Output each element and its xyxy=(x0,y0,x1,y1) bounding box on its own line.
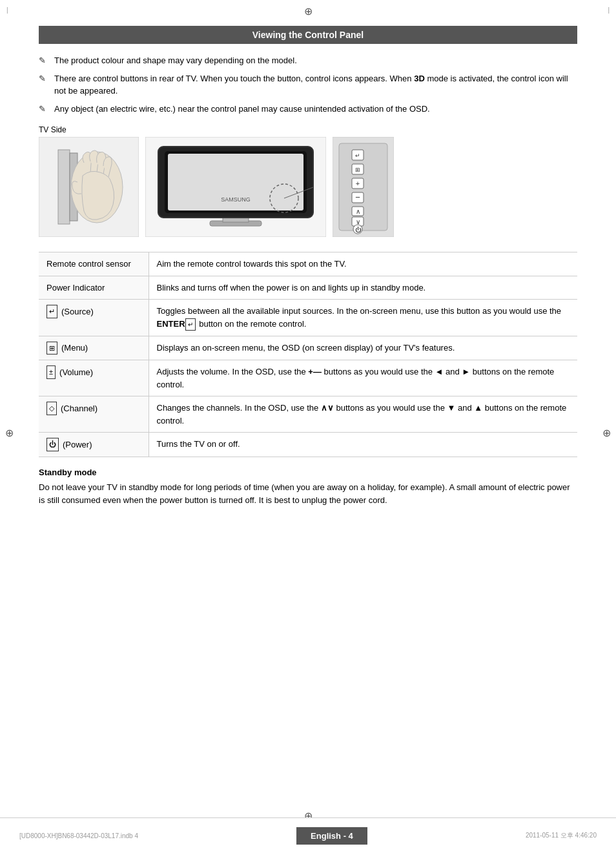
note-2: ✎ There are control buttons in rear of T… xyxy=(39,72,577,98)
table-cell-desc-volume: Adjusts the volume. In the OSD, use the … xyxy=(149,360,577,396)
menu-icon: ⊞ xyxy=(46,342,57,355)
note-1: ✎ The product colour and shape may vary … xyxy=(39,54,577,67)
svg-text:+: + xyxy=(356,180,360,187)
table-row-power: ⏻ (Power) Turns the TV on or off. xyxy=(39,433,577,457)
table-row-power-indicator: Power Indicator Blinks and turns off whe… xyxy=(39,276,577,300)
table-row-menu: ⊞ (Menu) Displays an on-screen menu, the… xyxy=(39,336,577,360)
left-side-mark: ⊕ xyxy=(5,427,14,439)
svg-rect-1 xyxy=(58,150,70,224)
footer-center: English - 4 xyxy=(296,827,367,845)
svg-text:−: − xyxy=(355,192,360,202)
note-icon-1: ✎ xyxy=(39,54,50,67)
channel-icon: ◇ xyxy=(46,402,57,415)
note-icon-3: ✎ xyxy=(39,103,50,116)
note-3: ✎ Any object (an electric wire, etc.) ne… xyxy=(39,103,577,116)
corner-tl-mark: | xyxy=(6,6,8,14)
table-cell-desc-source: Toggles between all the available input … xyxy=(149,300,577,336)
control-panel-diagram: ↵ ⊞ + − ∧ ∨ ⏻ xyxy=(333,137,394,239)
table-cell-desc-menu: Displays an on-screen menu, the OSD (on … xyxy=(149,336,577,360)
section-header: Viewing the Control Panel xyxy=(39,26,577,44)
table-cell-desc-remote: Aim the remote control towards this spot… xyxy=(149,252,577,276)
tv-side-svg xyxy=(39,137,139,237)
table-cell-label-source: ↵ (Source) xyxy=(39,300,149,336)
table-cell-label-channel: ◇ (Channel) xyxy=(39,396,149,433)
svg-text:↵: ↵ xyxy=(355,152,360,159)
svg-text:∧: ∧ xyxy=(356,208,360,215)
corner-tr-mark: | xyxy=(608,6,610,14)
tv-side-label: TV Side xyxy=(39,125,67,134)
table-row-source: ↵ (Source) Toggles between all the avail… xyxy=(39,300,577,336)
table-row-channel: ◇ (Channel) Changes the channels. In the… xyxy=(39,396,577,433)
power-icon: ⏻ xyxy=(46,438,59,451)
table-cell-label-power-indicator: Power Indicator xyxy=(39,276,149,300)
diagram-area: TV Side xyxy=(39,125,577,239)
table-row-volume: ± (Volume) Adjusts the volume. In the OS… xyxy=(39,360,577,396)
table-cell-desc-channel: Changes the channels. In the OSD, use th… xyxy=(149,396,577,433)
table-cell-desc-power: Turns the TV on or off. xyxy=(149,433,577,457)
table-row-remote: Remote control sensor Aim the remote con… xyxy=(39,252,577,276)
right-side-mark: ⊕ xyxy=(602,427,611,439)
page: | | ⊕ Viewing the Control Panel ✎ The pr… xyxy=(0,0,616,853)
tv-side-diagram: TV Side xyxy=(39,125,139,237)
source-icon: ↵ xyxy=(46,305,57,318)
footer-right: 2011-05-11 오후 4:46:20 xyxy=(526,831,597,840)
svg-text:⊞: ⊞ xyxy=(355,167,360,173)
table-cell-desc-power-indicator: Blinks and turns off when the power is o… xyxy=(149,276,577,300)
svg-text:⏻: ⏻ xyxy=(355,227,362,233)
footer: [UD8000-XH]BN68-03442D-03L17.indb 4 Engl… xyxy=(0,817,616,853)
standby-title: Standby mode xyxy=(39,468,577,477)
table-cell-label-remote: Remote control sensor xyxy=(39,252,149,276)
table-cell-label-menu: ⊞ (Menu) xyxy=(39,336,149,360)
table-cell-label-volume: ± (Volume) xyxy=(39,360,149,396)
table-cell-label-power: ⏻ (Power) xyxy=(39,433,149,457)
standby-text: Do not leave your TV in standby mode for… xyxy=(39,481,577,508)
control-table: Remote control sensor Aim the remote con… xyxy=(39,252,577,457)
footer-left: [UD8000-XH]BN68-03442D-03L17.indb 4 xyxy=(19,832,138,839)
tv-front-diagram: SAMSUNG xyxy=(145,137,326,239)
note-icon-2: ✎ xyxy=(39,72,50,85)
control-panel-svg: ↵ ⊞ + − ∧ ∨ ⏻ xyxy=(333,137,394,237)
center-top-mark: ⊕ xyxy=(304,5,313,17)
tv-front-svg: SAMSUNG xyxy=(145,137,326,237)
volume-icon: ± xyxy=(46,365,56,379)
svg-text:SAMSUNG: SAMSUNG xyxy=(221,196,251,203)
svg-text:∨: ∨ xyxy=(356,218,360,225)
